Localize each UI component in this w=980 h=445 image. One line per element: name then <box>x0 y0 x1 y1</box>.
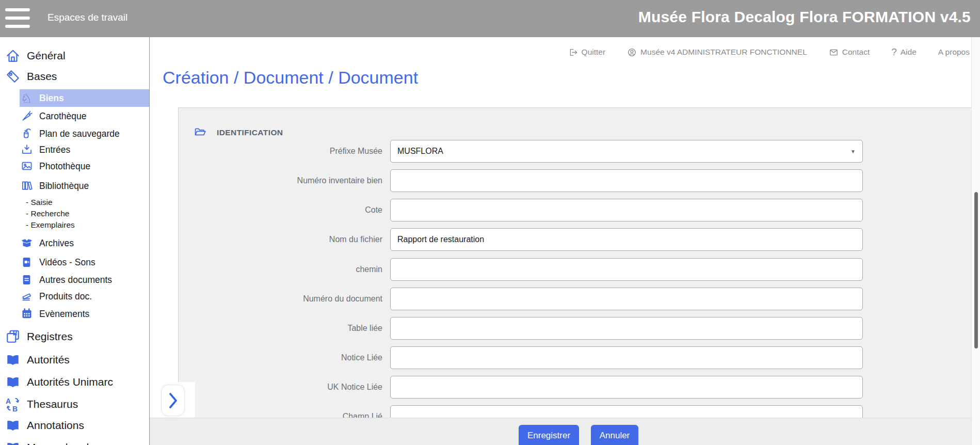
field-input-numero-du-document[interactable] <box>390 288 863 310</box>
field-input-uk-notice-liee[interactable] <box>390 376 863 399</box>
sidebar-item-produits-doc[interactable]: Produits doc. <box>21 289 92 304</box>
sidebar-item-saisie[interactable]: - Saisie <box>26 197 53 208</box>
sidebar-item-general[interactable]: Général <box>5 47 66 65</box>
sidebar-item-label: Annotations <box>27 419 84 432</box>
topnav-contact[interactable]: Contact <box>829 47 870 57</box>
topnav-help[interactable]: ?Aide <box>891 46 917 58</box>
logout-icon <box>568 47 578 57</box>
field-row-uk-notice-liee: UK Notice Liée <box>179 376 979 399</box>
sidebar-item-autres-documents[interactable]: Autres documents <box>21 272 112 288</box>
sidebar-item-thesaurus[interactable]: ABThesaurus <box>5 395 78 413</box>
sidebar-item-phototheque[interactable]: Photothèque <box>21 158 90 174</box>
image-icon <box>21 160 33 172</box>
svg-text:A: A <box>6 397 11 405</box>
form-action-bar: Enregistrer Annuler <box>150 418 980 445</box>
top-header-bar: Espaces de travail Musée Flora Decalog F… <box>0 0 980 37</box>
topnav-about[interactable]: A propos <box>938 47 970 57</box>
field-input-cote[interactable] <box>390 199 863 221</box>
sidebar-item-label: Plan de sauvegarde <box>39 129 120 139</box>
field-row-cote: Cote <box>179 199 979 221</box>
sidebar-item-bases[interactable]: Bases <box>5 68 57 85</box>
field-row-table-liee: Table liée <box>179 317 979 340</box>
topnav-label: Musée v4 ADMINISTRATEUR FONCTIONNEL <box>640 47 807 57</box>
sidebar-item-label: Carothèque <box>39 111 86 122</box>
stack-icon <box>21 290 33 303</box>
fileVideo-icon <box>21 256 33 268</box>
sidebar-item-label: Produits doc. <box>39 291 92 302</box>
extinguisher-icon <box>21 128 33 140</box>
section-header: IDENTIFICATION <box>194 126 283 139</box>
sidebar-item-mes-recherches[interactable]: Mes recherches <box>5 439 104 445</box>
field-input-chemin[interactable] <box>390 258 863 281</box>
tag-icon <box>5 69 21 84</box>
bookOpen-icon <box>5 440 21 445</box>
field-label-cote: Cote <box>179 199 390 221</box>
field-row-nom-du-fichier: Nom du fichier <box>179 228 979 251</box>
field-input-table-liee[interactable] <box>390 317 863 340</box>
sidebar-item-carotheque[interactable]: Carothèque <box>21 108 86 124</box>
sidebar-item-label: Bases <box>27 70 57 83</box>
topnav-user[interactable]: Musée v4 ADMINISTRATEUR FONCTIONNEL <box>627 47 807 57</box>
sidebar-item-bibliotheque[interactable]: Bibliothèque <box>21 178 89 194</box>
books-icon <box>21 180 33 192</box>
svg-text:B: B <box>12 405 18 412</box>
sidebar-item-label: Photothèque <box>39 161 90 172</box>
field-input-numero-inventaire-bien[interactable] <box>390 169 863 192</box>
sidebar-item-label: Thesaurus <box>27 398 78 410</box>
menu-hamburger-icon[interactable] <box>5 7 31 30</box>
sidebar-item-label: - Exemplaires <box>26 220 75 230</box>
field-label-prefixe-musee: Préfixe Musée <box>179 140 390 163</box>
save-button[interactable]: Enregistrer <box>519 425 579 445</box>
sidebar-item-registres[interactable]: Registres <box>5 328 73 345</box>
chevron-right-icon <box>167 392 179 409</box>
knight-icon: ♘ <box>21 92 33 104</box>
field-label-uk-notice-liee: UK Notice Liée <box>179 376 390 399</box>
sidebar-item-label: Autres documents <box>39 275 112 285</box>
fileText-icon <box>21 274 33 286</box>
topnav-quit[interactable]: Quitter <box>568 47 606 57</box>
selected-value: MUSFLORA <box>397 147 443 156</box>
field-row-chemin: chemin <box>179 258 979 281</box>
boxOpen-icon <box>21 237 33 249</box>
sidebar-item-plan-de-sauvegarde[interactable]: Plan de sauvegarde <box>21 126 120 141</box>
workspaces-label[interactable]: Espaces de travail <box>47 12 127 23</box>
sidebar-item-label: Archives <box>39 238 74 249</box>
calendar-icon <box>21 308 33 320</box>
bookOpen-icon <box>5 352 21 368</box>
field-label-chemin: chemin <box>179 258 390 281</box>
cancel-button[interactable]: Annuler <box>591 425 638 445</box>
page-title: Création / Document / Document <box>163 68 418 88</box>
section-title: IDENTIFICATION <box>217 128 283 137</box>
top-links-row: QuitterMusée v4 ADMINISTRATEUR FONCTIONN… <box>150 37 980 67</box>
field-input-nom-du-fichier[interactable] <box>390 228 863 251</box>
sidebar-item-label: Entrées <box>39 145 70 155</box>
sidebar-item-annotations[interactable]: Annotations <box>5 417 84 434</box>
sidebar-item-autorites[interactable]: Autorités <box>5 351 70 369</box>
topnav-label: Aide <box>901 47 917 57</box>
expand-panel-button[interactable] <box>161 385 185 416</box>
svg-text:♘: ♘ <box>21 92 32 104</box>
sidebar-item-label: - Saisie <box>26 198 53 207</box>
field-input-notice-liee[interactable] <box>390 346 863 369</box>
sidebar-item-exemplaires[interactable]: - Exemplaires <box>26 219 75 231</box>
vertical-scrollbar[interactable] <box>971 37 980 445</box>
home-icon <box>5 48 21 63</box>
sidebar-item-label: - Recherche <box>26 209 69 218</box>
sidebar-item-autorites-unimarc[interactable]: Autorités Unimarc <box>5 373 113 391</box>
field-label-numero-du-document: Numéro du document <box>179 288 390 310</box>
field-select-prefixe-musee[interactable]: MUSFLORA <box>390 140 863 163</box>
swapAB-icon: AB <box>5 396 21 412</box>
sidebar-item-biens[interactable]: ♘Biens <box>20 89 150 107</box>
sidebar-item-recherche[interactable]: - Recherche <box>26 208 69 219</box>
field-row-numero-inventaire-bien: Numéro inventaire bien <box>179 169 979 192</box>
bookOpen-icon <box>5 374 21 390</box>
sidebar-item-archives[interactable]: Archives <box>21 235 74 251</box>
sidebar-item-evenements[interactable]: Evènements <box>21 306 89 322</box>
field-row-numero-du-document: Numéro du document <box>179 288 979 310</box>
scrollbar-thumb[interactable] <box>974 192 978 348</box>
sidebar-item-label: Vidéos - Sons <box>39 257 95 268</box>
sidebar-item-videos-sons[interactable]: Vidéos - Sons <box>21 255 95 270</box>
sidebar-item-entrees[interactable]: Entrées <box>21 142 70 157</box>
field-label-numero-inventaire-bien: Numéro inventaire bien <box>179 169 390 192</box>
app-title: Musée Flora Decalog Flora FORMATION v4.5 <box>638 8 971 26</box>
